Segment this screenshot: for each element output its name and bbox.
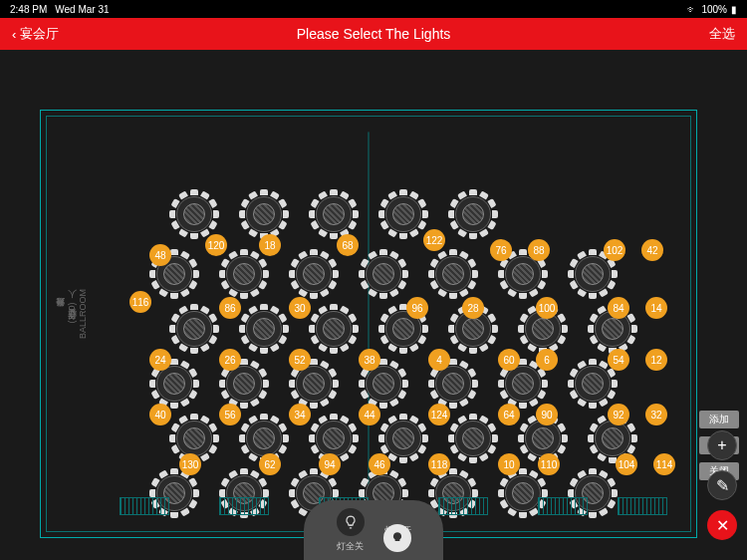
light-marker[interactable]: 88 <box>528 239 550 261</box>
dining-table <box>309 189 359 239</box>
status-bar: 2:48 PM Wed Mar 31 ᯤ 100% ▮ <box>0 0 747 18</box>
hvac-unit <box>120 497 169 515</box>
dining-table <box>378 189 428 239</box>
edit-fab[interactable]: ✎ <box>707 470 737 500</box>
dining-table <box>239 189 289 239</box>
hvac-unit <box>618 497 667 515</box>
light-marker[interactable]: 34 <box>289 404 311 425</box>
light-marker[interactable]: 32 <box>645 404 667 425</box>
floorplan-canvas[interactable]: 海景舞台 宴会厅 (350人) BALLROOM 481201868122768… <box>0 50 747 560</box>
add-fab[interactable]: + <box>707 430 737 460</box>
light-marker[interactable]: 18 <box>259 234 281 256</box>
light-marker[interactable]: 62 <box>259 453 281 475</box>
hvac-unit <box>219 497 269 515</box>
select-all-button[interactable]: 全选 <box>709 25 735 43</box>
light-marker[interactable]: 68 <box>337 234 359 256</box>
bottom-toolbar: 灯全关 灯全开 <box>304 500 443 560</box>
room-label: 海景舞台 宴会厅 (350人) BALLROOM <box>55 289 90 339</box>
dining-table <box>169 189 219 239</box>
light-marker[interactable]: 104 <box>616 453 637 475</box>
light-marker[interactable]: 96 <box>406 297 428 319</box>
all-on-button[interactable]: 灯全开 <box>384 524 411 537</box>
back-button[interactable]: ‹ 宴会厅 <box>12 25 59 43</box>
light-marker[interactable]: 100 <box>536 297 558 319</box>
light-marker[interactable]: 10 <box>498 453 520 475</box>
battery-pct: 100% <box>701 4 727 15</box>
light-marker[interactable]: 44 <box>359 404 380 425</box>
dining-table <box>219 249 269 299</box>
dining-table <box>448 189 498 239</box>
hvac-unit <box>438 497 488 515</box>
light-marker[interactable]: 76 <box>490 239 512 261</box>
status-date: Wed Mar 31 <box>55 4 109 15</box>
light-marker[interactable]: 48 <box>149 244 171 266</box>
light-marker[interactable]: 42 <box>641 239 663 261</box>
wifi-icon: ᯤ <box>687 4 697 15</box>
light-marker[interactable]: 4 <box>428 349 450 371</box>
dining-table <box>428 249 478 299</box>
bulb-off-icon <box>337 508 365 536</box>
light-marker[interactable]: 14 <box>645 297 667 319</box>
light-marker[interactable]: 94 <box>319 453 341 475</box>
dining-table <box>448 414 498 463</box>
page-title: Please Select The Lights <box>297 26 451 42</box>
chevron-left-icon: ‹ <box>12 27 16 42</box>
light-marker[interactable]: 24 <box>149 349 171 371</box>
light-marker[interactable]: 86 <box>219 297 241 319</box>
light-marker[interactable]: 6 <box>536 349 558 371</box>
all-off-button[interactable]: 灯全关 <box>337 508 365 553</box>
light-marker[interactable]: 60 <box>498 349 520 371</box>
dining-table <box>309 304 359 354</box>
light-marker[interactable]: 40 <box>149 404 171 425</box>
light-marker[interactable]: 52 <box>289 349 311 371</box>
battery-icon: ▮ <box>731 4 737 15</box>
light-marker[interactable]: 120 <box>205 234 227 256</box>
add-button[interactable]: 添加 <box>699 411 739 428</box>
light-marker[interactable]: 90 <box>536 404 558 425</box>
back-label: 宴会厅 <box>20 25 59 43</box>
status-time: 2:48 PM <box>10 4 47 15</box>
light-marker[interactable]: 28 <box>462 297 484 319</box>
light-marker[interactable]: 124 <box>428 404 450 425</box>
light-marker[interactable]: 26 <box>219 349 241 371</box>
light-marker[interactable]: 46 <box>369 453 390 475</box>
hvac-unit <box>538 497 588 515</box>
light-marker[interactable]: 122 <box>423 229 445 251</box>
light-marker[interactable]: 92 <box>608 404 629 425</box>
close-fab[interactable]: ✕ <box>707 510 737 540</box>
light-marker[interactable]: 64 <box>498 404 520 425</box>
light-marker[interactable]: 102 <box>604 239 625 261</box>
fab-column: + ✎ ✕ <box>707 430 737 540</box>
light-marker[interactable]: 118 <box>428 453 450 475</box>
light-marker[interactable]: 38 <box>359 349 380 371</box>
light-marker[interactable]: 30 <box>289 297 311 319</box>
dining-table <box>169 304 219 354</box>
light-marker[interactable]: 130 <box>179 453 201 475</box>
light-marker[interactable]: 116 <box>129 291 151 313</box>
bulb-on-icon <box>383 524 411 552</box>
light-marker[interactable]: 84 <box>608 297 629 319</box>
all-off-label: 灯全关 <box>337 540 364 553</box>
dining-table <box>289 249 339 299</box>
light-marker[interactable]: 56 <box>219 404 241 425</box>
light-marker[interactable]: 54 <box>608 349 629 371</box>
light-marker[interactable]: 114 <box>653 453 675 475</box>
dining-table <box>239 304 289 354</box>
light-marker[interactable]: 110 <box>538 453 560 475</box>
dining-table <box>359 249 408 299</box>
light-marker[interactable]: 12 <box>645 349 667 371</box>
app-header: ‹ 宴会厅 Please Select The Lights 全选 <box>0 18 747 50</box>
